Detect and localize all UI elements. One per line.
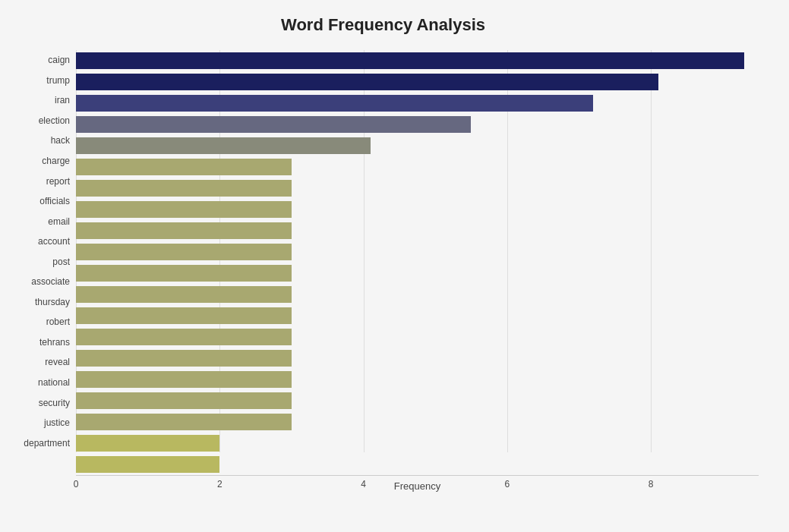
- bar: [76, 435, 219, 452]
- x-tick: 2: [217, 479, 222, 490]
- bar-row: [76, 220, 759, 241]
- y-label: justice: [8, 413, 70, 433]
- y-label: thursday: [8, 292, 70, 313]
- bar-row: [76, 348, 759, 369]
- y-axis: caigntrumpiranelectionhackchargereportof…: [8, 50, 76, 476]
- bar-row: [76, 156, 759, 178]
- bar: [76, 307, 292, 324]
- bar-row: [76, 369, 759, 390]
- y-label: tehrans: [8, 332, 70, 353]
- y-label: trump: [8, 71, 70, 91]
- y-label: department: [8, 433, 70, 453]
- bar-row: [76, 305, 759, 326]
- x-tick: 8: [649, 479, 654, 490]
- y-label: iran: [8, 90, 70, 111]
- x-tick: 4: [361, 479, 366, 490]
- bar: [76, 52, 744, 69]
- y-label: associate: [8, 272, 70, 292]
- chart-area: caigntrumpiranelectionhackchargereportof…: [8, 50, 759, 476]
- y-label: hack: [8, 131, 70, 151]
- bar: [76, 329, 292, 345]
- y-label: security: [8, 392, 70, 413]
- y-label: caign: [8, 50, 70, 71]
- bar-row: [76, 178, 759, 199]
- bar: [76, 95, 593, 112]
- bar-row: [76, 50, 759, 71]
- bar-row: [76, 135, 759, 156]
- y-label: election: [8, 111, 70, 131]
- x-axis-label: Frequency: [76, 480, 759, 492]
- bar: [76, 392, 292, 409]
- bar: [76, 159, 292, 175]
- bar: [76, 265, 292, 282]
- y-label: reveal: [8, 352, 70, 373]
- chart-container: Word Frequency Analysis caigntrumpiranel…: [0, 0, 789, 532]
- bar-row: [76, 71, 759, 93]
- bar: [76, 137, 371, 154]
- y-label: account: [8, 231, 70, 252]
- y-label: national: [8, 373, 70, 393]
- bar-row: [76, 411, 759, 433]
- x-tick: 0: [74, 479, 79, 490]
- bar-row: [76, 433, 759, 454]
- y-label: robert: [8, 312, 70, 332]
- bar: [76, 371, 292, 388]
- bar-row: [76, 454, 759, 475]
- y-label: email: [8, 211, 70, 231]
- bar-row: [76, 199, 759, 220]
- x-tick: 6: [504, 479, 510, 490]
- y-label: report: [8, 171, 70, 191]
- bars-wrapper: [76, 50, 759, 475]
- bar: [76, 222, 292, 239]
- bar-row: [76, 93, 759, 114]
- bar-row: [76, 390, 759, 411]
- y-label: post: [8, 251, 70, 272]
- bar-row: [76, 284, 759, 305]
- bar: [76, 286, 292, 303]
- bar: [76, 116, 471, 133]
- bar: [76, 350, 292, 367]
- bar: [76, 180, 292, 197]
- x-axis: 02468: [76, 475, 759, 479]
- bar-row: [76, 326, 759, 348]
- bar-row: [76, 263, 759, 284]
- bars-section: 02468 Frequency: [76, 50, 759, 476]
- bar: [76, 244, 292, 260]
- bar-row: [76, 241, 759, 263]
- bar: [76, 414, 292, 430]
- bar: [76, 201, 292, 218]
- bar: [76, 456, 219, 473]
- y-label: officials: [8, 191, 70, 212]
- chart-title: Word Frequency Analysis: [8, 15, 759, 35]
- bar-row: [76, 114, 759, 135]
- y-label: charge: [8, 151, 70, 172]
- bar: [76, 74, 658, 90]
